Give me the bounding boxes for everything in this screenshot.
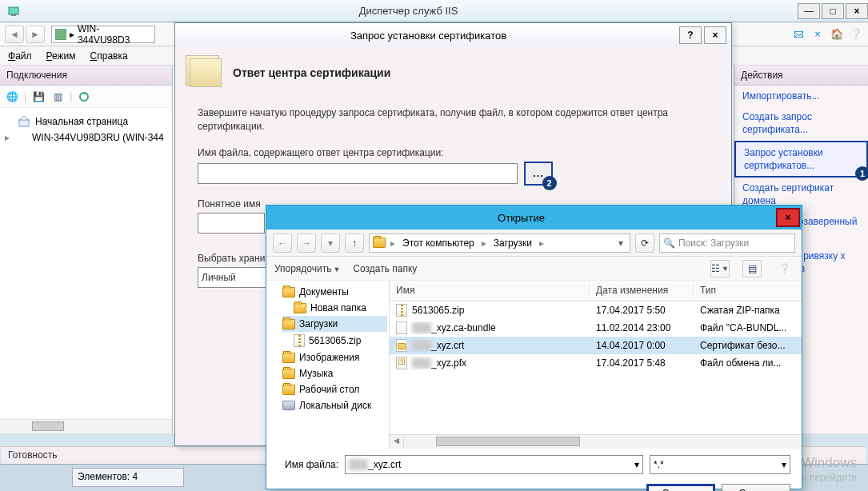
new-folder-button[interactable]: Создать папку xyxy=(353,263,417,274)
file-row[interactable]: xxxx_xyz.crt14.04.2017 0:00Сертификат бе… xyxy=(390,337,802,354)
folder-icon xyxy=(282,353,295,363)
cert-friendly-input[interactable] xyxy=(198,213,265,234)
file-row[interactable]: 5613065.zip17.04.2017 5:50Сжатая ZIP-пап… xyxy=(390,301,802,319)
svg-rect-0 xyxy=(9,7,18,14)
cart-icon[interactable]: × xyxy=(810,27,825,42)
callout-badge-2: 2 xyxy=(542,176,557,190)
tree-node-start[interactable]: Начальная страница xyxy=(3,113,169,130)
actions-header: Действия xyxy=(734,66,868,86)
organize-menu[interactable]: Упорядочить▼ xyxy=(274,263,340,274)
search-icon: 🔍 xyxy=(663,238,675,249)
action-import[interactable]: Импортировать... xyxy=(734,86,868,106)
filename-combo[interactable]: xxxx_xyz.crt ▾ xyxy=(345,455,643,474)
connections-tree: Начальная страница ▸ WIN-344VU98D3RU (WI… xyxy=(0,108,172,150)
folder-tree: ДокументыНовая папкаЗагрузки5613065.zipИ… xyxy=(266,281,390,449)
save-icon[interactable]: 💾 xyxy=(31,90,46,104)
address-text: WIN-344VU98D3 xyxy=(78,23,151,46)
cert-file-label: Имя файла, содержащего ответ центра серт… xyxy=(198,147,709,158)
minimize-button[interactable]: — xyxy=(798,3,820,19)
file-open-dialog: Открытие × ← → ▾ ↑ ▸ Этот компьютер ▸ За… xyxy=(266,205,802,489)
view-mode-button[interactable]: ☷ ▼ xyxy=(710,260,730,277)
menu-mode[interactable]: Режим xyxy=(46,50,76,62)
open-nav-refresh[interactable]: ⟳ xyxy=(635,234,654,253)
zip-icon xyxy=(294,334,305,347)
file-icon xyxy=(396,321,407,334)
folder-icon xyxy=(294,303,306,313)
certificate-icon xyxy=(190,58,222,87)
cert-dialog-title: Запрос установки сертификатов xyxy=(180,30,677,42)
file-row[interactable]: xxxx_xyz.pfx17.04.2017 5:48Файл обмена л… xyxy=(390,354,802,372)
open-nav-up[interactable]: ↑ xyxy=(345,234,364,253)
open-nav-recent[interactable]: ▾ xyxy=(321,234,340,253)
action-install-request[interactable]: Запрос установки сертификатов... 1 xyxy=(734,141,868,178)
cert-file-input[interactable] xyxy=(198,163,518,184)
help-icon[interactable]: ❔ xyxy=(849,27,863,42)
tree-Изображения[interactable]: Изображения xyxy=(282,349,387,365)
file-icon xyxy=(396,357,407,369)
maximize-button[interactable]: □ xyxy=(822,3,844,19)
home-icon[interactable]: 🏠 xyxy=(830,27,844,42)
home-page-icon xyxy=(18,114,32,129)
file-icon xyxy=(396,339,407,352)
callout-badge-1: 1 xyxy=(855,166,868,181)
svg-rect-1 xyxy=(11,14,16,16)
list-scrollbar[interactable]: ◄ xyxy=(390,434,802,449)
window-title: Диспетчер служб IIS xyxy=(21,5,796,17)
preview-pane-button[interactable]: ▤ xyxy=(742,260,762,277)
close-button[interactable]: × xyxy=(846,3,868,19)
browse-button[interactable]: ... 2 xyxy=(524,162,553,186)
tree-Музыка[interactable]: Музыка xyxy=(282,365,387,381)
tree-5613065.zip[interactable]: 5613065.zip xyxy=(282,332,387,349)
server-icon xyxy=(55,29,66,40)
cert-dialog-help[interactable]: ? xyxy=(679,26,702,44)
tree-Локальный диск[interactable]: Локальный диск xyxy=(282,397,387,413)
tree-Документы[interactable]: Документы xyxy=(282,284,387,300)
filter-combo[interactable]: *.*▾ xyxy=(650,455,790,474)
left-scrollbar[interactable] xyxy=(0,419,172,433)
tree-Рабочий стол[interactable]: Рабочий стол xyxy=(282,381,387,397)
col-date[interactable]: Дата изменения xyxy=(590,281,694,301)
taskbar-item[interactable]: Элементов: 4 xyxy=(72,468,184,487)
tree-Новая папка[interactable]: Новая папка xyxy=(282,300,387,316)
search-box[interactable]: 🔍 Поиск: Загрузки xyxy=(659,234,795,253)
col-name[interactable]: Имя xyxy=(390,281,590,301)
address-box[interactable]: ▸ WIN-344VU98D3 xyxy=(51,26,155,43)
cert-heading: Ответ центра сертификации xyxy=(233,66,390,79)
open-help-button[interactable]: ❔ xyxy=(774,260,794,277)
open-dialog-close[interactable]: × xyxy=(776,208,800,227)
tree-node-server[interactable]: ▸ WIN-344VU98D3RU (WIN-344 xyxy=(3,130,169,145)
file-icon xyxy=(396,304,407,317)
folder-icon xyxy=(282,369,295,379)
server-node-icon xyxy=(18,132,29,143)
menu-file[interactable]: Файл xyxy=(8,50,32,62)
cancel-button[interactable]: Отмена xyxy=(722,484,790,491)
folder-icon xyxy=(282,319,295,329)
globe-icon[interactable]: 🌐 xyxy=(5,90,19,104)
open-nav-back[interactable]: ← xyxy=(273,234,292,253)
connections-header: Подключения xyxy=(0,66,172,86)
expander-icon[interactable]: ▸ xyxy=(5,132,14,143)
refresh-conn-icon[interactable] xyxy=(77,90,91,104)
folder-icon xyxy=(373,238,386,248)
file-row[interactable]: xxxx_xyz.ca-bundle11.02.2014 23:00Файл "… xyxy=(390,319,802,337)
open-button[interactable]: Открыть xyxy=(646,484,715,491)
col-type[interactable]: Тип xyxy=(694,281,802,301)
iis-app-icon xyxy=(6,4,21,18)
nav-forward-button[interactable]: ► xyxy=(26,26,45,43)
open-dialog-title: Открытие xyxy=(266,212,776,224)
nav-back-button[interactable]: ◄ xyxy=(5,26,24,43)
list-icon[interactable]: ▥ xyxy=(50,90,65,104)
filename-label: Имя файла: xyxy=(278,459,338,470)
cert-description: Завершите начатую процедуру запроса серт… xyxy=(198,106,709,134)
cert-dialog-close[interactable]: × xyxy=(704,26,726,44)
open-nav-forward: → xyxy=(297,234,316,253)
menu-help[interactable]: Справка xyxy=(90,50,128,62)
drive-icon xyxy=(282,401,295,410)
folder-icon xyxy=(282,287,295,297)
svg-rect-3 xyxy=(19,120,29,126)
folder-icon xyxy=(282,385,295,395)
action-create-request[interactable]: Создать запрос сертификата... xyxy=(734,106,868,140)
tree-Загрузки[interactable]: Загрузки xyxy=(282,316,387,332)
attach-icon[interactable]: 🖂 xyxy=(791,27,806,42)
breadcrumb[interactable]: ▸ Этот компьютер ▸ Загрузки ▸ ▾ xyxy=(369,234,630,253)
